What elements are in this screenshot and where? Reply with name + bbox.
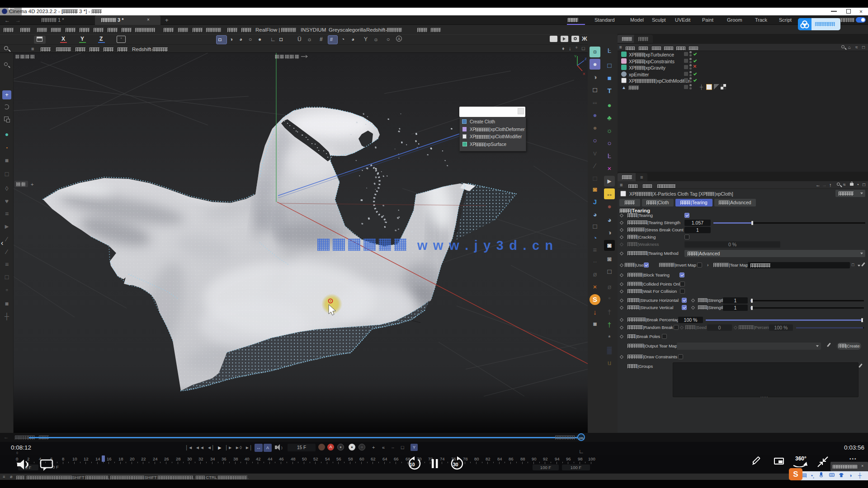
svg-text:X: X <box>583 72 585 76</box>
svg-text:10: 10 <box>410 462 415 467</box>
svg-text:Y: Y <box>574 54 577 58</box>
svg-text:w w w . j y 3 d . c n: w w w . j y 3 d . c n <box>417 238 553 253</box>
svg-text:30: 30 <box>453 462 458 467</box>
svg-text:+: + <box>31 182 33 187</box>
svg-text:Z: Z <box>585 57 587 61</box>
